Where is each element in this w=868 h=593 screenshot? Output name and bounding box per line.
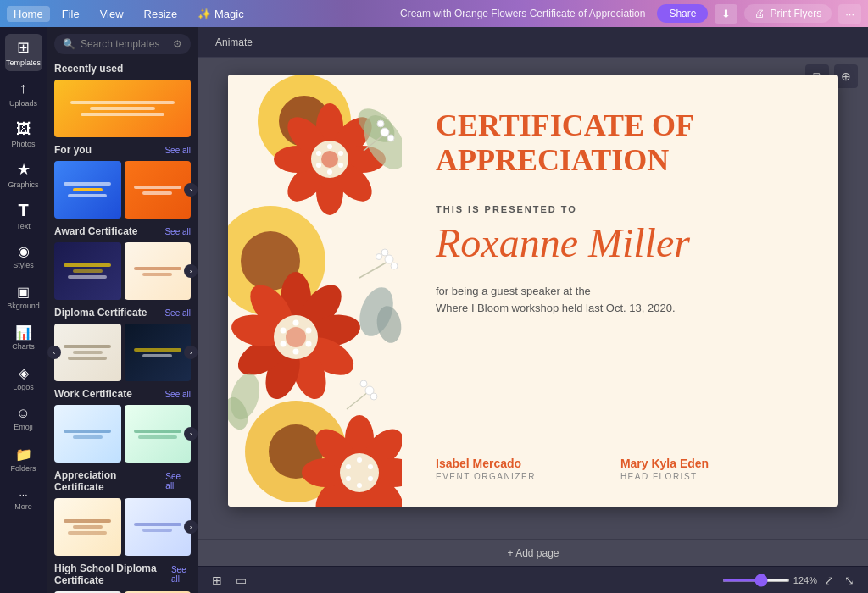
svg-point-13 (327, 144, 332, 149)
diploma-cert-nav-arrow[interactable]: › (184, 346, 198, 359)
recently-used-section-header: Recently used (54, 63, 191, 75)
more-options-button[interactable]: ··· (838, 4, 861, 24)
svg-point-40 (306, 341, 312, 347)
sidebar-item-uploads[interactable]: ↑ Uploads (5, 75, 42, 112)
svg-point-38 (293, 320, 299, 326)
svg-point-66 (346, 476, 351, 481)
menu-file[interactable]: File (53, 6, 88, 22)
svg-point-22 (381, 128, 389, 136)
diploma-cert-hide-arrow[interactable]: ‹ (47, 346, 61, 359)
sidebar-item-photos[interactable]: 🖼 Photos (5, 115, 42, 152)
signer2-role: HEAD FLORIST (620, 472, 709, 481)
work-cert-nav-arrow[interactable]: › (184, 427, 198, 441)
svg-point-23 (377, 120, 384, 127)
award-cert-see-all[interactable]: See all (164, 227, 191, 236)
signer1-role: EVENT ORGANIZER (436, 472, 536, 481)
minimize-button[interactable]: ⤡ (841, 572, 858, 589)
sidebar-item-background[interactable]: ▣ Bkground (5, 278, 42, 315)
template-thumb-work-2[interactable] (125, 405, 192, 463)
search-input[interactable] (81, 38, 168, 50)
template-thumb-award-1[interactable] (54, 242, 121, 300)
svg-point-50 (376, 254, 382, 260)
search-icon: 🔍 (63, 38, 75, 50)
grid-view-button[interactable]: ⊞ (209, 572, 225, 589)
logos-icon: ◈ (19, 365, 29, 381)
emoji-icon: ☺ (16, 406, 30, 421)
sidebar-item-graphics[interactable]: ★ Graphics (5, 156, 42, 193)
appreciation-cert-title: Appreciation Certificate (54, 469, 165, 493)
document-title: Cream with Orange Flowers Certificate of… (400, 8, 645, 19)
template-thumb-recent-1[interactable] (54, 80, 191, 137)
template-thumb-diploma-2[interactable] (125, 324, 192, 381)
svg-point-62 (357, 457, 362, 463)
graphics-icon: ★ (17, 160, 31, 179)
highschool-cert-see-all[interactable]: See all (171, 565, 191, 584)
for-you-section-header: For you See all (54, 144, 191, 156)
cert-signatures: Isabel Mercado EVENT ORGANIZER Mary Kyla… (436, 457, 796, 481)
svg-point-24 (387, 135, 394, 141)
signature-1: Isabel Mercado EVENT ORGANIZER (436, 457, 536, 481)
share-button[interactable]: Share (657, 4, 708, 23)
animate-button[interactable]: Animate (209, 34, 259, 51)
for-you-see-all[interactable]: See all (164, 146, 191, 155)
sidebar-item-more[interactable]: ··· More (5, 481, 42, 518)
filter-icon[interactable]: ⚙ (173, 38, 182, 50)
template-thumb-appreciation-1[interactable] (54, 498, 121, 556)
download-button[interactable]: ⬇ (715, 4, 737, 24)
svg-point-39 (306, 328, 312, 334)
cert-title: CERTIFICATE OF APPRECIATION (436, 108, 796, 179)
print-flyers-button[interactable]: 🖨 Print Flyers (744, 4, 832, 23)
fullscreen-button[interactable]: ⤢ (821, 572, 837, 589)
canvas-area: Animate ⧉ ⊕ (198, 27, 868, 593)
menu-view[interactable]: View (92, 6, 132, 22)
diploma-cert-see-all[interactable]: See all (164, 308, 191, 318)
svg-point-72 (360, 380, 367, 387)
icon-sidebar: ⊞ Templates ↑ Uploads 🖼 Photos ★ Graphic… (0, 27, 47, 593)
work-cert-header: Work Certificate See all (54, 388, 191, 400)
template-thumb-foryou-1[interactable] (54, 161, 121, 219)
for-you-row: › (54, 161, 191, 219)
template-thumb-appreciation-2[interactable] (125, 498, 192, 556)
templates-icon: ⊞ (17, 38, 30, 57)
menu-bar: Home File View Resize ✨ Magic Cream with… (0, 0, 868, 27)
diploma-cert-header: Diploma Certificate See all (54, 307, 191, 319)
sidebar-item-logos[interactable]: ◈ Logos (5, 359, 42, 396)
sidebar-item-emoji[interactable]: ☺ Emoji (5, 400, 42, 437)
add-page-button[interactable]: + Add page (507, 547, 559, 559)
appreciation-cert-header: Appreciation Certificate See all (54, 469, 191, 493)
svg-point-73 (370, 393, 377, 400)
template-thumb-foryou-2[interactable] (125, 161, 192, 219)
highschool-cert-title: High School Diploma Certificate (54, 563, 171, 586)
add-page-bar: + Add page (198, 539, 868, 566)
appreciation-cert-see-all[interactable]: See all (165, 472, 191, 490)
menu-resize[interactable]: Resize (136, 6, 186, 22)
page-view-button[interactable]: ▭ (232, 572, 250, 589)
floral-panel (228, 75, 402, 507)
svg-point-48 (381, 249, 388, 256)
award-cert-title: Award Certificate (54, 225, 137, 237)
zoom-controls: 124% ⤢ ⤡ (722, 572, 858, 589)
cert-content: CERTIFICATE OF APPRECIATION THIS IS PRES… (402, 75, 838, 507)
sidebar-item-charts[interactable]: 📊 Charts (5, 319, 42, 356)
award-cert-nav-arrow[interactable]: › (184, 264, 198, 278)
uploads-icon: ↑ (19, 80, 27, 97)
sidebar-item-folders[interactable]: 📁 Folders (5, 441, 42, 478)
template-thumb-diploma-1[interactable] (54, 324, 121, 381)
work-cert-see-all[interactable]: See all (164, 390, 191, 399)
svg-point-37 (286, 327, 306, 347)
menu-home[interactable]: Home (7, 6, 50, 22)
certificate-canvas: CERTIFICATE OF APPRECIATION THIS IS PRES… (228, 75, 838, 507)
template-thumb-work-1[interactable] (54, 405, 121, 463)
sidebar-item-text[interactable]: T Text (5, 197, 42, 234)
svg-point-67 (346, 464, 351, 469)
canvas-scroll[interactable]: CERTIFICATE OF APPRECIATION THIS IS PRES… (198, 58, 868, 539)
menu-magic[interactable]: ✨ Magic (189, 6, 252, 22)
zoom-slider[interactable] (722, 579, 790, 582)
for-you-nav-arrow[interactable]: › (184, 183, 198, 197)
svg-point-12 (321, 151, 338, 168)
sidebar-item-templates[interactable]: ⊞ Templates (5, 34, 42, 71)
sidebar-item-styles[interactable]: ◉ Styles (5, 237, 42, 274)
cert-presented-label: THIS IS PRESENTED TO (436, 204, 796, 214)
appreciation-cert-nav-arrow[interactable]: › (184, 520, 198, 534)
template-thumb-award-2[interactable] (125, 242, 192, 300)
